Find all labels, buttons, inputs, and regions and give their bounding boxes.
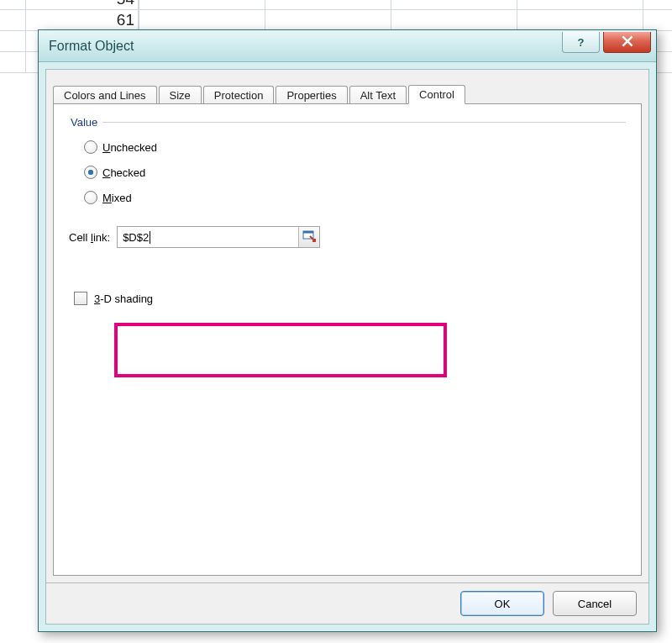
cell-link-input[interactable]: $D$2 <box>118 227 298 247</box>
help-icon: ? <box>578 36 585 49</box>
tab-size[interactable]: Size <box>159 86 202 104</box>
svg-rect-1 <box>303 231 313 234</box>
tab-control[interactable]: Control <box>408 85 465 104</box>
radio-unchecked-label: Unchecked <box>102 141 157 154</box>
ok-button[interactable]: OK <box>460 591 544 616</box>
range-picker-icon <box>302 229 316 245</box>
dialog-title: Format Object <box>49 39 134 54</box>
radio-mixed[interactable]: Mixed <box>84 191 626 204</box>
tab-colors-lines[interactable]: Colors and Lines <box>53 86 157 104</box>
sheet-cell[interactable]: 61 <box>25 9 139 30</box>
format-object-dialog: Format Object ? Colors and Lines Size Pr… <box>38 29 657 632</box>
tab-properties[interactable]: Properties <box>276 86 347 104</box>
radio-icon <box>84 191 97 204</box>
shading-label: 3-D shading <box>94 293 153 305</box>
dialog-titlebar[interactable]: Format Object ? <box>39 30 656 62</box>
tab-alt-text[interactable]: Alt Text <box>349 86 407 104</box>
tab-strip: Colors and Lines Size Protection Propert… <box>46 70 648 103</box>
radio-checked[interactable]: Checked <box>84 166 626 179</box>
radio-icon <box>84 166 97 179</box>
annotation-highlight <box>114 323 447 377</box>
help-button[interactable]: ? <box>562 32 600 53</box>
dialog-button-bar: OK Cancel <box>46 582 648 624</box>
checkbox-icon <box>74 292 87 305</box>
radio-unchecked[interactable]: Unchecked <box>84 140 626 154</box>
close-icon <box>622 35 633 50</box>
sheet-cell[interactable]: 54 <box>25 0 139 9</box>
range-picker-button[interactable] <box>298 227 319 247</box>
close-button[interactable] <box>603 32 651 53</box>
radio-icon <box>84 140 97 154</box>
value-group-label: Value <box>69 116 102 129</box>
shading-checkbox-row[interactable]: 3-D shading <box>74 292 626 305</box>
radio-mixed-label: Mixed <box>102 192 132 204</box>
radio-checked-label: Checked <box>102 166 145 179</box>
tab-protection[interactable]: Protection <box>203 86 275 104</box>
cancel-button[interactable]: Cancel <box>553 591 637 616</box>
control-tab-panel: Value Unchecked Checked Mixed <box>53 103 642 576</box>
cell-link-label: Cell link: <box>69 231 110 244</box>
